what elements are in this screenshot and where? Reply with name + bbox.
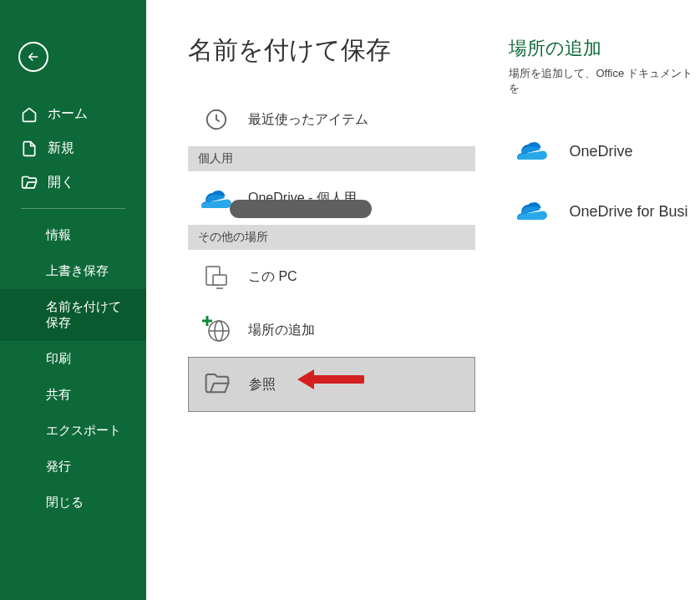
location-add-label: 場所の追加 xyxy=(248,322,315,339)
main-content: 名前を付けて保存 最近使ったアイテム 個人用 OneDrive - 個人用 その… xyxy=(146,0,700,600)
nav-close[interactable]: 閉じる xyxy=(0,485,146,521)
nav-home-label: ホーム xyxy=(48,105,88,123)
section-personal: 個人用 xyxy=(188,146,475,171)
nav-publish[interactable]: 発行 xyxy=(0,449,146,485)
annotation-arrow-icon xyxy=(289,364,364,394)
globe-plus-icon xyxy=(201,315,231,345)
this-pc-icon xyxy=(201,262,231,292)
clock-icon xyxy=(201,104,231,135)
location-recent[interactable]: 最近使ったアイテム xyxy=(188,93,475,146)
home-icon xyxy=(21,106,38,123)
location-recent-label: 最近使ったアイテム xyxy=(248,111,368,129)
nav-new-label: 新規 xyxy=(48,140,74,157)
add-location-column: 場所の追加 場所を追加して、Office ドキュメントを OneDrive On… xyxy=(509,33,700,600)
page-title: 名前を付けて保存 xyxy=(188,33,475,68)
nav-divider xyxy=(21,208,125,209)
location-this-pc[interactable]: この PC xyxy=(188,250,475,303)
svg-rect-2 xyxy=(213,275,226,285)
location-this-pc-label: この PC xyxy=(248,268,297,286)
nav-open-label: 開く xyxy=(48,174,74,191)
nav-saveas[interactable]: 名前を付けて保存 xyxy=(0,289,146,341)
add-location-desc: 場所を追加して、Office ドキュメントを xyxy=(509,66,700,96)
back-button[interactable] xyxy=(18,42,48,72)
location-add[interactable]: 場所の追加 xyxy=(188,303,475,357)
file-icon xyxy=(21,140,38,157)
folder-icon xyxy=(202,369,232,399)
nav-share[interactable]: 共有 xyxy=(0,377,146,413)
nav-print[interactable]: 印刷 xyxy=(0,341,146,377)
location-browse-label: 参照 xyxy=(249,376,276,394)
nav-save[interactable]: 上書き保存 xyxy=(0,253,146,289)
add-onedrive[interactable]: OneDrive xyxy=(509,121,700,181)
redacted-account xyxy=(230,200,372,218)
nav-home[interactable]: ホーム xyxy=(0,97,146,131)
nav-export[interactable]: エクスポート xyxy=(0,413,146,449)
back-arrow-icon xyxy=(26,49,41,64)
locations-column: 名前を付けて保存 最近使ったアイテム 個人用 OneDrive - 個人用 その… xyxy=(188,33,475,600)
add-onedrive-label: OneDrive xyxy=(569,143,632,160)
folder-open-icon xyxy=(21,175,38,191)
section-other: その他の場所 xyxy=(188,225,475,250)
add-onedrive-business[interactable]: OneDrive for Busi xyxy=(509,181,700,242)
nav-open[interactable]: 開く xyxy=(0,165,146,200)
onedrive-business-icon xyxy=(517,195,547,228)
location-onedrive-personal[interactable]: OneDrive - 個人用 xyxy=(188,171,475,225)
nav-info[interactable]: 情報 xyxy=(0,217,146,253)
onedrive-icon xyxy=(517,135,547,168)
backstage-sidebar: ホーム 新規 開く 情報 上書き保存 名前を付けて保存 印刷 共有 エクスポート… xyxy=(0,0,146,600)
onedrive-icon xyxy=(201,183,231,213)
add-onedrive-business-label: OneDrive for Busi xyxy=(569,203,687,221)
add-location-title: 場所の追加 xyxy=(509,36,700,61)
location-browse[interactable]: 参照 xyxy=(188,357,475,412)
nav-new[interactable]: 新規 xyxy=(0,131,146,165)
